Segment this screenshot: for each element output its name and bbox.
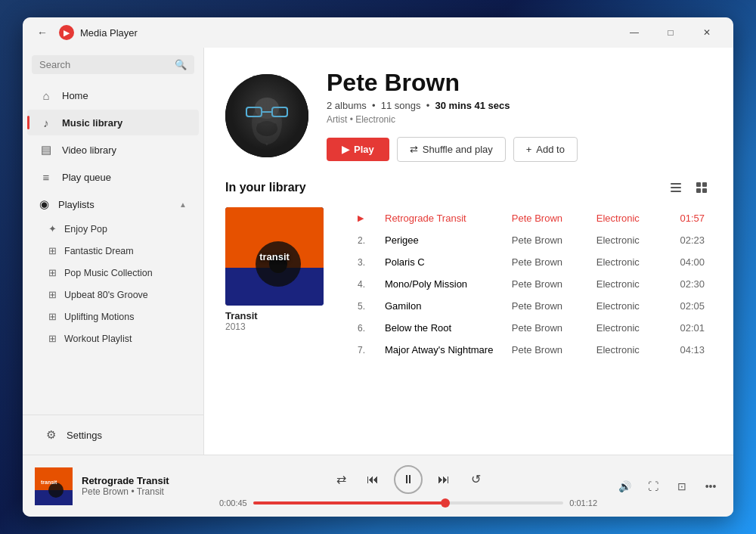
playlist-enjoy-pop-icon: ✦ bbox=[48, 223, 57, 234]
track-duration: 02:30 bbox=[667, 278, 705, 290]
playlist-upbeat-icon: ⊞ bbox=[48, 289, 57, 300]
pause-icon: ⏸ bbox=[402, 473, 414, 486]
track-artist: Pete Brown bbox=[512, 278, 596, 290]
artist-name: Pete Brown bbox=[327, 69, 712, 97]
track-artist: Pete Brown bbox=[512, 234, 596, 246]
playlists-section-header[interactable]: ◉ Playlists ▲ bbox=[27, 191, 199, 217]
add-to-button[interactable]: + Add to bbox=[513, 137, 578, 162]
svg-rect-12 bbox=[696, 182, 701, 187]
sidebar-item-video-library-label: Video library bbox=[62, 144, 116, 156]
track-number: 6. bbox=[358, 323, 365, 334]
list-view-button[interactable] bbox=[665, 177, 686, 198]
library-title: In your library bbox=[225, 181, 306, 194]
artist-avatar: ✦ bbox=[225, 74, 308, 157]
track-number: 5. bbox=[358, 301, 365, 312]
artist-genre: Artist • Electronic bbox=[327, 114, 712, 125]
list-view-icon bbox=[670, 182, 682, 194]
svg-point-2 bbox=[255, 98, 279, 119]
search-input[interactable] bbox=[39, 59, 170, 70]
fullscreen-icon: ⛶ bbox=[648, 480, 658, 492]
album-card[interactable]: transit Transit 2013 bbox=[225, 207, 335, 361]
playlist-item-pop-music-collection[interactable]: ⊞ Pop Music Collection bbox=[27, 262, 199, 283]
track-number: 4. bbox=[358, 279, 365, 290]
track-title: Perigee bbox=[385, 234, 512, 246]
minimize-button[interactable]: — bbox=[617, 20, 652, 45]
track-row[interactable]: 6. Below the Root Pete Brown Electronic … bbox=[350, 317, 712, 339]
now-playing-title: Retrograde Transit bbox=[82, 475, 203, 486]
album-art-label: transit bbox=[259, 251, 290, 262]
artist-header: ✦ Pete Brown 2 albums • 11 songs • 30 mi… bbox=[204, 48, 733, 177]
more-button[interactable]: ••• bbox=[700, 476, 721, 497]
track-row[interactable]: 5. Gamilon Pete Brown Electronic 02:05 bbox=[350, 295, 712, 317]
sidebar-item-settings[interactable]: ⚙ Settings bbox=[32, 422, 194, 448]
back-button[interactable]: ← bbox=[32, 22, 53, 43]
title-bar-left: ← ▶ Media Player bbox=[32, 22, 138, 43]
search-box[interactable]: 🔍 bbox=[32, 55, 194, 74]
sidebar-item-music-library[interactable]: ♪ Music library bbox=[27, 110, 199, 135]
pause-button[interactable]: ⏸ bbox=[394, 465, 423, 494]
track-artist: Pete Brown bbox=[512, 256, 596, 268]
app-logo: ▶ bbox=[59, 25, 74, 40]
track-row[interactable]: 4. Mono/Poly Mission Pete Brown Electron… bbox=[350, 273, 712, 295]
maximize-button[interactable]: □ bbox=[653, 20, 688, 45]
home-icon: ⌂ bbox=[39, 88, 53, 102]
svg-rect-9 bbox=[671, 183, 681, 185]
svg-rect-14 bbox=[696, 188, 701, 193]
svg-point-0 bbox=[225, 74, 308, 157]
sidebar-item-play-queue[interactable]: ≡ Play queue bbox=[27, 164, 199, 190]
playlist-item-fantastic-dream[interactable]: ⊞ Fantastic Dream bbox=[27, 241, 199, 261]
track-title: Major Atway's Nightmare bbox=[385, 344, 512, 355]
album-year: 2013 bbox=[225, 321, 335, 332]
playing-indicator-icon: ▶ bbox=[358, 213, 364, 223]
settings-icon: ⚙ bbox=[44, 428, 57, 442]
track-duration: 02:01 bbox=[667, 322, 705, 334]
shuffle-button[interactable]: ⇄ bbox=[330, 469, 352, 490]
svg-rect-10 bbox=[671, 187, 681, 188]
track-artist: Pete Brown bbox=[512, 213, 596, 224]
track-title: Retrograde Transit bbox=[385, 213, 512, 224]
now-playing-album: Transit bbox=[137, 486, 164, 497]
svg-rect-15 bbox=[702, 188, 707, 193]
playlist-pop-music-label: Pop Music Collection bbox=[64, 268, 153, 278]
track-duration: 04:13 bbox=[667, 344, 705, 355]
now-playing-artist: Pete Brown • Transit bbox=[82, 486, 203, 497]
playlist-item-uplifting-motions[interactable]: ⊞ Uplifting Motions bbox=[27, 306, 199, 327]
grid-view-button[interactable] bbox=[691, 177, 712, 198]
miniplayer-button[interactable]: ⊡ bbox=[671, 476, 692, 497]
repeat-button[interactable]: ↺ bbox=[465, 469, 486, 490]
fullscreen-button[interactable]: ⛶ bbox=[643, 476, 664, 497]
songs-count: 11 songs bbox=[381, 100, 421, 111]
sidebar-item-home[interactable]: ⌂ Home bbox=[27, 82, 199, 108]
play-button[interactable]: ▶ Play bbox=[327, 138, 389, 161]
playlist-item-upbeat-groove[interactable]: ⊞ Upbeat 80's Groove bbox=[27, 284, 199, 305]
track-row[interactable]: 3. Polaris C Pete Brown Electronic 04:00 bbox=[350, 251, 712, 273]
track-row[interactable]: ▶ Retrograde Transit Pete Brown Electron… bbox=[350, 207, 712, 229]
window-controls: — □ ✕ bbox=[617, 20, 724, 45]
close-button[interactable]: ✕ bbox=[689, 20, 724, 45]
playlists-label: Playlists bbox=[58, 199, 94, 210]
now-playing-album-art: transit bbox=[35, 467, 73, 505]
sidebar-item-video-library[interactable]: ▤ Video library bbox=[27, 137, 199, 163]
track-row[interactable]: 2. Perigee Pete Brown Electronic 02:23 bbox=[350, 229, 712, 251]
previous-button[interactable]: ⏮ bbox=[362, 469, 383, 490]
progress-container: 0:00:45 0:01:12 bbox=[219, 498, 597, 508]
tracks-list: ▶ Retrograde Transit Pete Brown Electron… bbox=[350, 207, 712, 361]
current-time: 0:00:45 bbox=[219, 498, 247, 508]
playlist-item-workout-playlist[interactable]: ⊞ Workout Playlist bbox=[27, 328, 199, 349]
track-artist: Pete Brown bbox=[512, 300, 596, 312]
shuffle-play-button[interactable]: ⇄ Shuffle and play bbox=[397, 137, 506, 162]
playlist-item-enjoy-pop[interactable]: ✦ Enjoy Pop bbox=[27, 219, 199, 239]
album-name: Transit bbox=[225, 310, 335, 321]
progress-knob[interactable] bbox=[441, 498, 450, 508]
track-genre: Electronic bbox=[596, 344, 667, 355]
play-queue-icon: ≡ bbox=[39, 170, 53, 184]
progress-bar[interactable] bbox=[253, 501, 564, 505]
track-duration: 04:00 bbox=[667, 256, 705, 268]
playlist-fantastic-dream-label: Fantastic Dream bbox=[64, 246, 134, 256]
shuffle-ctrl-icon: ⇄ bbox=[336, 472, 346, 486]
volume-icon: 🔊 bbox=[618, 480, 631, 492]
track-row[interactable]: 7. Major Atway's Nightmare Pete Brown El… bbox=[350, 339, 712, 361]
next-button[interactable]: ⏭ bbox=[433, 469, 454, 490]
track-genre: Electronic bbox=[596, 234, 667, 246]
volume-button[interactable]: 🔊 bbox=[614, 476, 635, 497]
